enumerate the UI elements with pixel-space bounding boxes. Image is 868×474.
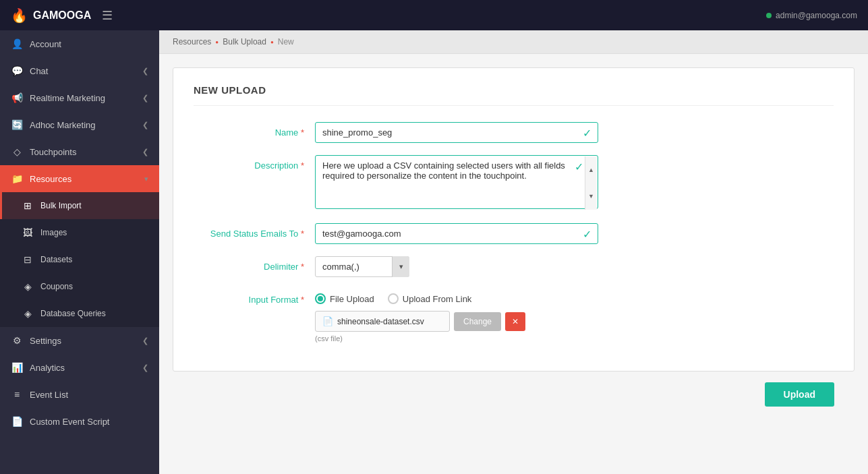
remove-file-button[interactable]: ✕ bbox=[505, 312, 525, 331]
sidebar-item-label: Settings bbox=[30, 336, 136, 346]
status-email-input[interactable] bbox=[315, 223, 598, 244]
chevron-down-icon: ▾ bbox=[144, 175, 148, 183]
sidebar-item-adhoc[interactable]: 🔄 Adhoc Marketing ❮ bbox=[0, 111, 159, 138]
sidebar-item-realtime[interactable]: 📢 Realtime Marketing ❮ bbox=[0, 84, 159, 111]
form-card: NEW UPLOAD Name * ✓ bbox=[173, 67, 855, 372]
breadcrumb-sep-1: ● bbox=[215, 39, 219, 45]
sidebar-item-label: Adhoc Marketing bbox=[30, 120, 136, 130]
description-field: Here we upload a CSV containing selected… bbox=[315, 155, 598, 211]
chevron-icon: ❮ bbox=[142, 363, 148, 372]
sidebar-item-datasets[interactable]: ⊟ Datasets bbox=[0, 246, 159, 273]
form-title: NEW UPLOAD bbox=[194, 84, 834, 106]
bulk-import-icon: ⊞ bbox=[22, 200, 34, 211]
breadcrumb: Resources ● Bulk Upload ● New bbox=[159, 30, 868, 54]
settings-icon: ⚙ bbox=[11, 335, 23, 346]
breadcrumb-sep-2: ● bbox=[270, 39, 274, 45]
chevron-icon: ❮ bbox=[142, 336, 148, 345]
sidebar-item-settings[interactable]: ⚙ Settings ❮ bbox=[0, 327, 159, 354]
name-input[interactable] bbox=[315, 122, 598, 143]
name-label: Name * bbox=[194, 122, 315, 138]
sidebar-item-label: Database Queries bbox=[40, 309, 148, 318]
upload-button[interactable]: Upload bbox=[765, 382, 834, 407]
datasets-icon: ⊟ bbox=[22, 254, 34, 265]
description-row: Description * Here we upload a CSV conta… bbox=[194, 155, 834, 211]
description-wrap: Here we upload a CSV containing selected… bbox=[315, 155, 598, 211]
sidebar-item-label: Images bbox=[40, 228, 148, 237]
input-format-label: Input Format * bbox=[194, 289, 315, 305]
sidebar-item-coupons[interactable]: ◈ Coupons bbox=[0, 273, 159, 300]
chat-icon: 💬 bbox=[11, 65, 23, 76]
layout: 👤 Account 💬 Chat ❮ 📢 Realtime Marketing … bbox=[0, 30, 868, 474]
radio-file-upload[interactable]: File Upload bbox=[315, 293, 374, 304]
status-email-input-wrap: ✓ bbox=[315, 223, 598, 244]
chevron-icon: ❮ bbox=[142, 148, 148, 156]
sidebar-item-account[interactable]: 👤 Account bbox=[0, 30, 159, 57]
event-list-icon: ≡ bbox=[11, 389, 23, 400]
hamburger-icon[interactable]: ☰ bbox=[102, 8, 113, 23]
sidebar-item-resources[interactable]: 📁 Resources ▾ bbox=[0, 165, 159, 192]
images-icon: 🖼 bbox=[22, 227, 34, 238]
upload-btn-row: Upload bbox=[173, 372, 855, 417]
required-marker: * bbox=[301, 160, 304, 171]
sidebar-item-label: Touchpoints bbox=[30, 147, 136, 157]
required-marker: * bbox=[301, 229, 304, 239]
file-icon: 📄 bbox=[322, 316, 333, 326]
topbar: 🔥 GAMOOGA ☰ admin@gamooga.com bbox=[0, 0, 868, 30]
topbar-right: admin@gamooga.com bbox=[766, 11, 857, 20]
radio-upload-link[interactable]: Upload From Link bbox=[388, 293, 472, 304]
delimiter-field: comma(,) semicolon(;) tab(\t) pipe(|) ▾ bbox=[315, 256, 598, 277]
adhoc-icon: 🔄 bbox=[11, 119, 23, 130]
logo-text: GAMOOGA bbox=[33, 9, 91, 22]
main-content: Resources ● Bulk Upload ● New NEW UPLOAD… bbox=[159, 30, 868, 474]
resources-icon: 📁 bbox=[11, 173, 23, 184]
name-check-icon: ✓ bbox=[583, 126, 591, 139]
sidebar-item-event-list[interactable]: ≡ Event List bbox=[0, 381, 159, 408]
account-icon: 👤 bbox=[11, 38, 23, 49]
status-email-label: Send Status Emails To * bbox=[194, 223, 315, 239]
chevron-icon: ❮ bbox=[142, 94, 148, 102]
db-queries-icon: ◈ bbox=[22, 308, 34, 319]
chevron-icon: ❮ bbox=[142, 67, 148, 76]
breadcrumb-resources[interactable]: Resources bbox=[173, 37, 211, 47]
radio-upload-link-button[interactable] bbox=[388, 293, 399, 304]
chevron-icon: ❮ bbox=[142, 121, 148, 129]
required-marker: * bbox=[301, 127, 304, 138]
sidebar-item-bulk-import[interactable]: ⊞ Bulk Import bbox=[0, 192, 159, 219]
sidebar-item-touchpoints[interactable]: ◇ Touchpoints ❮ bbox=[0, 138, 159, 165]
sidebar-item-db-queries[interactable]: ◈ Database Queries bbox=[0, 300, 159, 327]
name-field: ✓ bbox=[315, 122, 598, 143]
scroll-up-button[interactable]: ▲ bbox=[585, 156, 597, 183]
file-name: shineonsale-dataset.csv bbox=[337, 317, 424, 326]
sidebar-item-chat[interactable]: 💬 Chat ❮ bbox=[0, 57, 159, 84]
file-row: 📄 shineonsale-dataset.csv Change ✕ bbox=[315, 311, 598, 332]
topbar-left: 🔥 GAMOOGA ☰ bbox=[11, 7, 113, 24]
delimiter-label: Delimiter * bbox=[194, 256, 315, 272]
sidebar-item-analytics[interactable]: 📊 Analytics ❮ bbox=[0, 354, 159, 381]
delimiter-select[interactable]: comma(,) semicolon(;) tab(\t) pipe(|) bbox=[315, 256, 409, 277]
sidebar-item-label: Bulk Import bbox=[40, 201, 148, 210]
required-marker: * bbox=[301, 262, 304, 272]
sidebar-item-images[interactable]: 🖼 Images bbox=[0, 219, 159, 246]
content-area: NEW UPLOAD Name * ✓ bbox=[159, 54, 868, 431]
sidebar-item-custom-event[interactable]: 📄 Custom Event Script bbox=[0, 408, 159, 435]
email-check-icon: ✓ bbox=[583, 227, 591, 240]
status-email-row: Send Status Emails To * ✓ bbox=[194, 223, 834, 244]
change-file-button[interactable]: Change bbox=[454, 312, 501, 331]
delimiter-row: Delimiter * comma(,) semicolon(;) tab(\t… bbox=[194, 256, 834, 277]
input-format-field: File Upload Upload From Link 📄 shi bbox=[315, 289, 598, 343]
name-input-wrap: ✓ bbox=[315, 122, 598, 143]
sidebar-item-label: Account bbox=[30, 39, 148, 49]
name-row: Name * ✓ bbox=[194, 122, 834, 143]
sidebar-item-label: Custom Event Script bbox=[30, 417, 148, 427]
breadcrumb-bulk-upload[interactable]: Bulk Upload bbox=[223, 37, 266, 47]
sidebar-item-label: Realtime Marketing bbox=[30, 93, 136, 103]
scroll-buttons: ▲ ▼ bbox=[585, 156, 597, 210]
sidebar-item-label: Event List bbox=[30, 390, 148, 400]
sidebar-item-label: Datasets bbox=[40, 255, 148, 264]
delimiter-select-wrap: comma(,) semicolon(;) tab(\t) pipe(|) ▾ bbox=[315, 256, 409, 277]
sidebar-item-label: Resources bbox=[30, 174, 138, 184]
scroll-down-button[interactable]: ▼ bbox=[585, 183, 597, 210]
description-check-icon: ✓ bbox=[575, 160, 583, 173]
radio-file-upload-button[interactable] bbox=[315, 293, 326, 304]
description-textarea[interactable]: Here we upload a CSV containing selected… bbox=[315, 155, 598, 209]
